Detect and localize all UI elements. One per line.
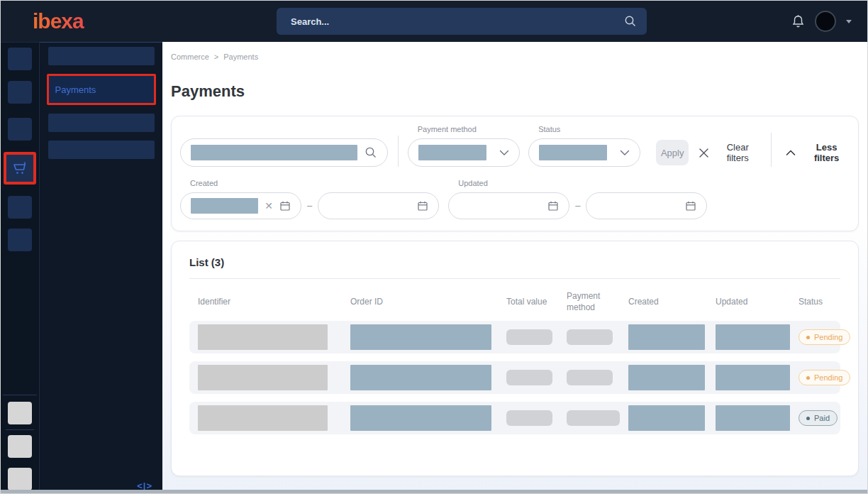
filters-panel: Payment method Status [171, 116, 859, 231]
nav-icon-placeholder-4[interactable] [8, 196, 32, 219]
nav-icon-placeholder-2[interactable] [8, 81, 32, 104]
less-filters-label: Less filters [803, 142, 850, 163]
horizontal-scrollbar[interactable] [1, 490, 867, 493]
sidebar-item-placeholder-1[interactable] [48, 47, 155, 65]
nav-icon-placeholder-1[interactable] [8, 48, 32, 70]
updated-to-date-input[interactable] [586, 192, 707, 219]
created-to-date-input[interactable] [318, 192, 439, 219]
breadcrumb-payments[interactable]: Payments [223, 53, 258, 61]
payments-list-panel: List (3) Identifier Order ID Total value… [171, 241, 859, 476]
bottom-icon-placeholder-3[interactable] [8, 468, 32, 490]
nav-item-commerce-active[interactable] [4, 152, 36, 185]
nav-icon-placeholder-3[interactable] [8, 118, 32, 141]
date-range-dash: – [307, 200, 312, 211]
created-from-date-input[interactable]: ✕ [180, 192, 301, 219]
calendar-icon [685, 200, 696, 212]
redacted-updated [716, 405, 790, 431]
status-badge-label: Pending [814, 333, 842, 341]
updated-label: Updated [448, 179, 569, 187]
payment-method-select[interactable] [408, 138, 520, 167]
status-dot-icon [806, 417, 810, 420]
table-header-row: Identifier Order ID Total value Payment … [189, 282, 840, 321]
redacted-updated [716, 365, 790, 390]
sidebar-item-payments-label: Payments [49, 84, 96, 95]
notifications-bell-icon[interactable] [791, 14, 805, 29]
calendar-icon [547, 200, 559, 212]
user-avatar[interactable] [815, 11, 836, 32]
redacted-payment-method [567, 329, 613, 345]
updated-from-date-input[interactable] [448, 192, 569, 219]
table-row[interactable]: Pending [189, 321, 840, 353]
chevron-down-icon [499, 150, 509, 156]
rail-divider [6, 429, 34, 430]
redacted-total-value [506, 370, 552, 385]
redacted-updated [716, 324, 790, 350]
page-title: Payments [171, 82, 859, 101]
filter-search-input[interactable] [180, 138, 388, 167]
main-nav-rail [1, 42, 40, 494]
clear-filters-button[interactable]: Clear filters [699, 140, 760, 165]
less-filters-button[interactable]: Less filters [786, 140, 850, 165]
redacted-order-id [350, 324, 491, 350]
apply-button[interactable]: Apply [656, 140, 689, 165]
status-dot-icon [806, 376, 810, 380]
redacted-created [628, 365, 705, 390]
app-window: ibexa [0, 0, 868, 494]
redacted-payment-method [567, 370, 613, 385]
column-header-created: Created [620, 296, 707, 307]
nav-rail-bottom [1, 392, 39, 490]
redacted-total-value [506, 410, 552, 426]
secondary-sidebar: Payments <|> [40, 42, 162, 494]
ibexa-logo[interactable]: ibexa [1, 9, 162, 33]
redacted-search-value [191, 145, 357, 160]
status-label: Status [528, 125, 640, 133]
main-content: Commerce > Payments Payments [162, 42, 867, 494]
payment-method-label: Payment method [408, 125, 520, 133]
list-divider [189, 278, 840, 279]
redacted-selected-value [418, 145, 486, 160]
status-filter-group: Status [528, 125, 640, 167]
status-badge: Paid [799, 410, 838, 426]
chevron-down-icon [620, 150, 630, 156]
bottom-icon-placeholder-1[interactable] [8, 402, 32, 424]
vertical-divider [398, 136, 399, 167]
table-row[interactable]: Pending [189, 361, 840, 394]
redacted-created [628, 405, 705, 431]
updated-from-group: Updated [448, 179, 569, 219]
global-search-input[interactable] [279, 16, 624, 27]
sidebar-item-placeholder-2[interactable] [48, 114, 155, 132]
breadcrumb: Commerce > Payments [171, 53, 859, 61]
sidebar-item-placeholder-3[interactable] [48, 141, 155, 159]
bottom-icon-placeholder-2[interactable] [8, 435, 32, 458]
redacted-payment-method [567, 410, 620, 426]
column-header-updated: Updated [707, 296, 790, 307]
clear-date-icon[interactable]: ✕ [265, 201, 273, 211]
table-row[interactable]: Paid [189, 402, 840, 434]
redacted-identifier [198, 365, 328, 390]
filters-row-1: Payment method Status [180, 125, 850, 167]
breadcrumb-separator: > [214, 53, 218, 61]
close-icon [699, 148, 709, 158]
redacted-order-id [350, 405, 491, 431]
sidebar-item-payments[interactable]: Payments [47, 74, 156, 105]
global-search-bar[interactable] [277, 8, 647, 35]
topbar-search-zone [162, 8, 761, 35]
redacted-total-value [506, 329, 552, 345]
column-header-order-id: Order ID [342, 296, 498, 307]
nav-icon-placeholder-5[interactable] [8, 229, 32, 251]
breadcrumb-commerce[interactable]: Commerce [171, 53, 209, 61]
column-header-identifier: Identifier [189, 296, 342, 307]
topbar-right [761, 11, 867, 32]
user-menu-chevron-down-icon[interactable] [846, 20, 852, 23]
column-header-total-value: Total value [498, 296, 558, 307]
calendar-icon [279, 200, 291, 212]
redacted-identifier [198, 324, 328, 350]
created-from-group: Created ✕ [180, 179, 301, 219]
search-icon [365, 146, 377, 159]
date-range-dash: – [575, 200, 580, 211]
calendar-icon [417, 200, 428, 212]
shopping-cart-icon [6, 155, 33, 182]
redacted-created [628, 324, 705, 350]
status-badge: Pending [799, 370, 850, 385]
status-select[interactable] [528, 138, 640, 167]
